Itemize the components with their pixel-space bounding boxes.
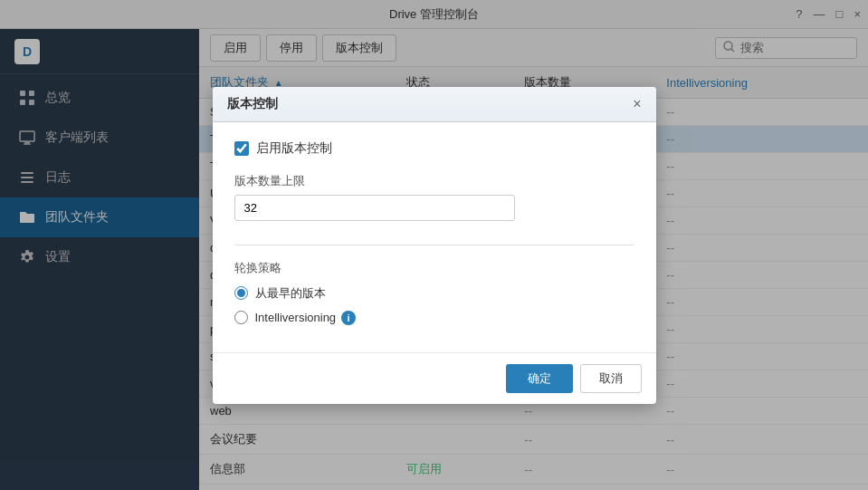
policy-intelli-radio[interactable] — [234, 311, 248, 324]
policy-intelli-row: Intelliversioning i — [234, 311, 634, 325]
cancel-button[interactable]: 取消 — [580, 364, 642, 393]
modal-overlay: 版本控制 × 启用版本控制 版本数量上限 轮换策略 从最早的版本 Intelli… — [0, 0, 868, 490]
policy-oldest-radio[interactable] — [234, 286, 248, 300]
policy-intelli-label[interactable]: Intelliversioning i — [255, 311, 357, 325]
version-limit-input[interactable] — [234, 195, 515, 221]
enable-version-control-label[interactable]: 启用版本控制 — [256, 140, 332, 157]
version-limit-label: 版本数量上限 — [234, 173, 634, 189]
policy-oldest-row: 从最早的版本 — [234, 285, 634, 302]
modal-header: 版本控制 × — [213, 87, 656, 122]
modal-title: 版本控制 — [227, 96, 278, 112]
info-icon[interactable]: i — [341, 311, 356, 325]
enable-version-control-checkbox[interactable] — [234, 141, 249, 156]
confirm-button[interactable]: 确定 — [506, 364, 573, 393]
modal-body: 启用版本控制 版本数量上限 轮换策略 从最早的版本 Intelliversion… — [213, 122, 656, 352]
enable-version-control-row: 启用版本控制 — [234, 140, 634, 157]
policy-oldest-label[interactable]: 从最早的版本 — [255, 285, 326, 302]
modal-footer: 确定 取消 — [213, 352, 656, 404]
version-control-modal: 版本控制 × 启用版本控制 版本数量上限 轮换策略 从最早的版本 Intelli… — [213, 87, 656, 404]
modal-close-button[interactable]: × — [633, 97, 641, 111]
rotation-policy-label: 轮换策略 — [234, 260, 634, 276]
modal-divider — [234, 245, 634, 245]
